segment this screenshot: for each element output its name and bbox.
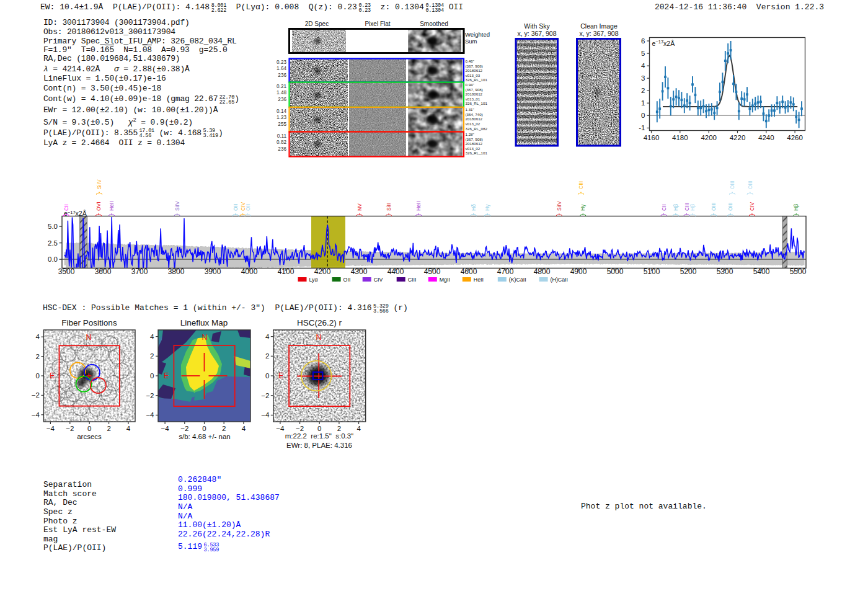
svg-text:v013_02: v013_02 — [466, 122, 480, 126]
svg-text:With Sky: With Sky — [524, 22, 550, 30]
svg-text:4000: 4000 — [241, 267, 258, 276]
svg-text:SiII: SiII — [386, 203, 392, 211]
svg-text:4160: 4160 — [644, 134, 660, 141]
svg-text:5500: 5500 — [790, 267, 807, 276]
svg-text:20180612: 20180612 — [466, 92, 483, 96]
svg-text:v013_02: v013_02 — [466, 146, 480, 151]
svg-text:Hβ: Hβ — [689, 204, 696, 211]
svg-text:CIII: CIII — [408, 277, 417, 283]
svg-text:OII: OII — [343, 277, 351, 283]
svg-text:Fiber Positions: Fiber Positions — [61, 318, 117, 327]
svg-text:255: 255 — [278, 122, 286, 127]
svg-text:−4: −4 — [261, 411, 270, 419]
svg-text:−2: −2 — [180, 425, 188, 432]
svg-text:MgII: MgII — [440, 277, 450, 283]
svg-text:E: E — [50, 371, 55, 380]
svg-text:OII: OII — [245, 204, 251, 211]
svg-text:4260: 4260 — [787, 134, 803, 141]
svg-text:HSC(26.2) r: HSC(26.2) r — [297, 318, 342, 327]
svg-text:−4: −4 — [46, 425, 55, 432]
svg-text:5100: 5100 — [644, 267, 660, 276]
svg-text:NV: NV — [356, 203, 363, 211]
svg-text:2: 2 — [150, 352, 154, 360]
svg-text:1: 1 — [641, 99, 645, 107]
svg-text:(367, 908): (367, 908) — [466, 64, 483, 68]
svg-text:Lineflux Map: Lineflux Map — [180, 318, 228, 327]
svg-text:x, y: 367, 908: x, y: 367, 908 — [579, 30, 618, 37]
svg-text:4180: 4180 — [672, 134, 688, 141]
svg-text:Sum: Sum — [465, 38, 477, 45]
svg-text:−2: −2 — [66, 425, 74, 432]
svg-text:Hβ: Hβ — [793, 204, 799, 211]
svg-text:N: N — [202, 333, 207, 342]
svg-text:4: 4 — [126, 425, 131, 432]
svg-text:0: 0 — [150, 372, 154, 380]
svg-text:0.14: 0.14 — [277, 109, 286, 114]
svg-text:CIII: CIII — [578, 181, 584, 189]
svg-text:3500: 3500 — [58, 267, 75, 276]
svg-text:x, y: 367, 908: x, y: 367, 908 — [517, 30, 556, 37]
svg-text:0.82: 0.82 — [277, 140, 286, 145]
svg-text:236: 236 — [278, 73, 286, 78]
svg-text:N: N — [86, 333, 91, 342]
svg-text:4900: 4900 — [570, 267, 587, 276]
svg-text:4: 4 — [150, 333, 154, 340]
svg-text:1.23: 1.23 — [277, 115, 286, 120]
svg-text:2: 2 — [337, 425, 341, 432]
svg-text:Hδ: Hδ — [471, 204, 477, 211]
svg-text:CIII: CIII — [684, 203, 690, 211]
svg-text:5400: 5400 — [753, 267, 770, 276]
svg-text:3: 3 — [641, 74, 645, 82]
svg-text:HeII: HeII — [108, 201, 115, 211]
svg-text:4200: 4200 — [701, 134, 717, 141]
svg-text:4800: 4800 — [534, 267, 551, 276]
svg-text:326_RL_101: 326_RL_101 — [466, 78, 488, 82]
svg-text:2: 2 — [222, 425, 226, 432]
svg-text:(367, 908): (367, 908) — [466, 137, 483, 141]
svg-text:(364, 740): (364, 740) — [466, 112, 483, 117]
svg-text:5300: 5300 — [717, 267, 733, 276]
svg-text:s/b: 4.68 +/- nan: s/b: 4.68 +/- nan — [179, 433, 230, 440]
svg-text:4600: 4600 — [461, 267, 477, 276]
svg-text:326_RL_101: 326_RL_101 — [466, 151, 488, 155]
svg-text:2D Spec: 2D Spec — [305, 20, 329, 27]
svg-text:20180612: 20180612 — [466, 141, 483, 146]
svg-text:0.11: 0.11 — [277, 133, 287, 139]
svg-text:e−17x2Å: e−17x2Å — [652, 39, 675, 47]
svg-text:5.0: 5.0 — [48, 223, 58, 230]
svg-text:−2: −2 — [261, 392, 269, 399]
svg-text:CIV: CIV — [749, 202, 755, 211]
svg-text:0.23: 0.23 — [277, 60, 286, 65]
svg-text:326_RL_101: 326_RL_101 — [466, 101, 488, 105]
svg-text:HeII: HeII — [415, 201, 422, 211]
svg-text:OIII: OIII — [711, 202, 717, 211]
svg-text:4300: 4300 — [351, 267, 368, 276]
svg-text:0.46": 0.46" — [466, 59, 474, 63]
svg-text:SiIV: SiIV — [96, 179, 102, 189]
svg-text:4: 4 — [641, 62, 645, 69]
svg-text:−4: −4 — [161, 425, 170, 432]
svg-text:0: 0 — [35, 372, 39, 380]
svg-text:4: 4 — [265, 333, 270, 340]
svg-text:SiIV: SiIV — [174, 201, 180, 211]
svg-text:Hβ: Hβ — [673, 204, 679, 211]
svg-text:Clean Image: Clean Image — [580, 22, 618, 30]
svg-text:(367, 908): (367, 908) — [466, 87, 483, 92]
svg-text:−4: −4 — [146, 411, 154, 419]
svg-text:arcsecs: arcsecs — [77, 433, 102, 440]
svg-text:0: 0 — [641, 112, 645, 119]
svg-text:236: 236 — [278, 97, 286, 102]
svg-text:2: 2 — [35, 353, 39, 360]
svg-text:4700: 4700 — [497, 267, 514, 276]
svg-text:236: 236 — [278, 146, 286, 152]
svg-text:1.48: 1.48 — [277, 90, 286, 96]
svg-text:1.64: 1.64 — [277, 66, 286, 71]
svg-text:−2: −2 — [32, 391, 40, 399]
svg-text:−4: −4 — [32, 411, 40, 419]
svg-text:CII: CII — [63, 204, 69, 211]
svg-text:0: 0 — [265, 372, 269, 380]
svg-text:0: 0 — [87, 425, 91, 432]
svg-text:5200: 5200 — [680, 267, 697, 276]
svg-text:0.94": 0.94" — [466, 82, 474, 87]
svg-text:−2: −2 — [296, 425, 304, 432]
